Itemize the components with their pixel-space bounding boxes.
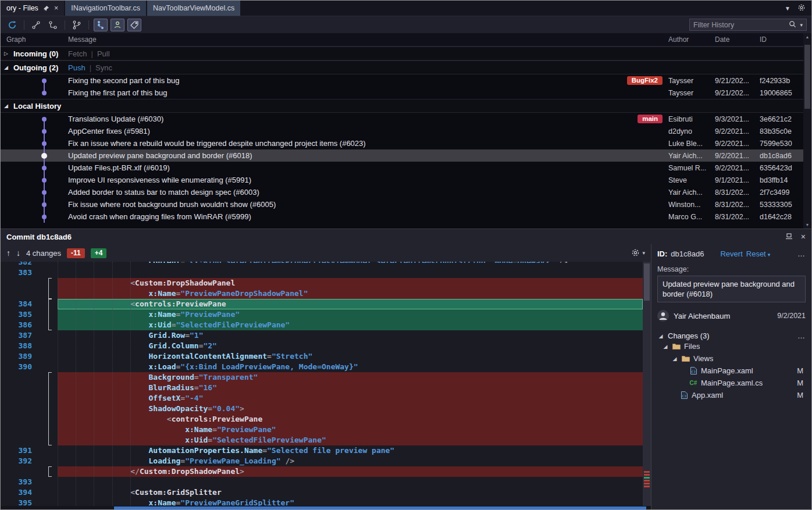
search-options-dropdown-icon[interactable]: ▾ [800, 22, 803, 28]
history-row[interactable]: Fixing the first part of this bugTaysser… [1, 87, 803, 99]
pin-icon[interactable] [43, 5, 49, 12]
expander-expanded-icon[interactable]: ◢ [4, 103, 12, 109]
previous-change-arrow-icon[interactable]: ↑ [6, 248, 10, 258]
editor-scrollbar[interactable] [643, 262, 651, 506]
code-text[interactable]: AutomationProperties.Name="Selected file… [58, 445, 643, 456]
link-push[interactable]: Push [68, 63, 86, 72]
code-text[interactable]: Content="{x:Bind SelectedItemsProperties… [58, 262, 643, 263]
next-change-arrow-icon[interactable]: ↓ [16, 248, 20, 258]
code-text[interactable]: ShadowOpacity="0.04"> [58, 404, 643, 414]
diff-line[interactable]: x:Name="PreviewPaneDropShadowPanel" [1, 288, 643, 299]
code-text[interactable]: <Custom:DropShadowPanel [58, 278, 643, 288]
history-row[interactable]: AppCenter fixes (#5981)d2dyno9/2/2021...… [1, 125, 803, 137]
code-text[interactable]: x:Name="PreviewPaneDropShadowPanel" [58, 288, 643, 299]
show-tags-toggle[interactable] [127, 19, 141, 31]
tab-inavigationtoolbar[interactable]: INavigationToolbar.cs [65, 1, 146, 16]
diff-line[interactable]: 386 x:Uid="SelectedFilePreviewPane" [1, 320, 643, 330]
link-pull[interactable]: Pull [97, 49, 110, 58]
column-header-graph[interactable]: Graph [1, 35, 66, 44]
pane-position-icon[interactable] [785, 231, 793, 242]
diff-line[interactable]: OffsetX="-4" [1, 393, 643, 404]
diff-line[interactable]: 388 Grid.Column="2" [1, 341, 643, 351]
column-header-id[interactable]: ID [760, 35, 803, 44]
scroll-up-icon[interactable]: ▲ [803, 35, 811, 39]
code-text[interactable]: HorizontalContentAlignment="Stretch" [58, 351, 643, 362]
branch-button[interactable] [70, 19, 84, 31]
history-row[interactable]: Update Files.pt-BR.xlf (#6019)Samuel R..… [1, 162, 803, 174]
code-text[interactable]: x:Name="PreviewPane" [58, 425, 643, 435]
tab-navtoolbarviewmodel[interactable]: NavToolbarViewModel.cs [147, 1, 240, 16]
diff-settings-gear-icon[interactable] [631, 248, 640, 258]
link-sync[interactable]: Sync [95, 63, 112, 72]
diff-line[interactable]: 382 Content="{x:Bind SelectedItemsProper… [1, 262, 643, 268]
code-text[interactable]: </Custom:DropShadowPanel> [58, 466, 643, 477]
tree-item[interactable]: C#MainPage.xaml.csM [657, 377, 806, 389]
column-header-message[interactable]: Message [66, 35, 668, 44]
diff-editor[interactable]: 382 Content="{x:Bind SelectedItemsProper… [1, 262, 651, 506]
refresh-button[interactable] [5, 19, 19, 31]
commit-details-button[interactable] [46, 19, 60, 31]
history-row[interactable]: Translations Update (#6030)mainEsibruti9… [1, 113, 803, 125]
history-row[interactable]: Avoid crash when dragging files from Win… [1, 211, 803, 223]
close-tab-icon[interactable]: × [54, 4, 58, 12]
expander-expanded-icon[interactable]: ◢ [671, 356, 678, 362]
history-scrollbar[interactable]: ▲ ▼ [803, 33, 811, 229]
code-text[interactable]: BlurRadius="16" [58, 383, 643, 393]
code-text[interactable]: x:Name="PreviewPaneGridSplitter" [58, 498, 643, 506]
diff-line[interactable]: 387 Grid.Row="1" [1, 330, 643, 341]
window-options-gear-icon[interactable] [797, 3, 806, 13]
code-text[interactable]: Loading="PreviewPane_Loading" /> [58, 456, 643, 466]
diff-line[interactable]: Background="Transparent" [1, 372, 643, 383]
diff-line[interactable]: <Custom:DropShadowPanel [1, 278, 643, 288]
code-text[interactable]: <controls:PreviewPane [58, 299, 643, 309]
commit-message-box[interactable]: Updated preview pane background and bord… [657, 276, 806, 302]
show-graph-toggle[interactable] [94, 19, 108, 31]
code-text[interactable] [58, 268, 643, 278]
details-more-icon[interactable]: … [797, 249, 806, 258]
diff-line[interactable]: x:Name="PreviewPane" [1, 425, 643, 435]
tree-item[interactable]: App.xamlM [657, 389, 806, 401]
expander-expanded-icon[interactable]: ◢ [4, 65, 12, 70]
scrollbar-thumb[interactable] [804, 45, 810, 109]
code-text[interactable] [58, 477, 643, 487]
close-pane-icon[interactable]: × [801, 232, 806, 241]
column-header-date[interactable]: Date [715, 35, 760, 44]
diff-line[interactable]: 392 Loading="PreviewPane_Loading" /> [1, 456, 643, 466]
section-row[interactable]: ◢Outgoing (2)Push|Sync [1, 60, 803, 74]
column-header-author[interactable]: Author [668, 35, 715, 44]
code-text[interactable]: Grid.Row="1" [58, 330, 643, 341]
diff-line[interactable]: 393 [1, 477, 643, 487]
horizontal-scrollbar-thumb[interactable] [114, 507, 646, 510]
reset-dropdown-icon[interactable]: ▾ [768, 252, 771, 258]
code-text[interactable]: x:Uid="SelectedFilePreviewPane" [58, 320, 643, 330]
code-text[interactable]: Grid.Column="2" [58, 341, 643, 351]
code-text[interactable]: Background="Transparent" [58, 372, 643, 383]
changes-more-icon[interactable]: … [797, 331, 806, 340]
expander-expanded-icon[interactable]: ◢ [657, 333, 664, 339]
diff-line[interactable]: 389 HorizontalContentAlignment="Stretch" [1, 351, 643, 362]
diff-line[interactable]: 383 [1, 268, 643, 278]
history-row[interactable]: Improve UI responsiveness while enumerat… [1, 174, 803, 186]
diff-line[interactable]: 384 <controls:PreviewPane [1, 299, 643, 309]
code-text[interactable]: <Custom:GridSplitter [58, 487, 643, 498]
section-row[interactable]: ▷Incoming (0)Fetch|Pull [1, 47, 803, 60]
editor-horizontal-scrollbar[interactable] [1, 506, 651, 510]
expander-expanded-icon[interactable]: ◢ [662, 344, 669, 349]
diff-line[interactable]: x:Uid="SelectedFilePreviewPane" [1, 435, 643, 445]
diff-settings-dropdown-icon[interactable]: ▾ [642, 250, 645, 256]
section-row[interactable]: ◢Local History [1, 99, 803, 113]
code-text[interactable]: OffsetX="-4" [58, 393, 643, 404]
expander-collapsed-icon[interactable]: ▷ [4, 51, 12, 56]
diff-line[interactable]: ShadowOpacity="0.04"> [1, 404, 643, 414]
history-row[interactable]: Fix an issue where a rebuild would be tr… [1, 137, 803, 149]
diff-line[interactable]: 390 x:Load="{x:Bind LoadPreviewPane, Mod… [1, 362, 643, 372]
revert-link[interactable]: Revert [720, 249, 742, 258]
compare-commits-button[interactable] [29, 19, 43, 31]
history-row[interactable]: Fix issue where root background brush wo… [1, 198, 803, 211]
code-text[interactable]: x:Uid="SelectedFilePreviewPane" [58, 435, 643, 445]
link-fetch[interactable]: Fetch [68, 49, 87, 58]
reset-link[interactable]: Reset▾ [746, 249, 771, 258]
code-text[interactable]: x:Name="PreviewPane" [58, 309, 643, 320]
branch-badge[interactable]: BugFix2 [627, 76, 663, 85]
history-row[interactable]: Added border to status bar to match desi… [1, 186, 803, 198]
